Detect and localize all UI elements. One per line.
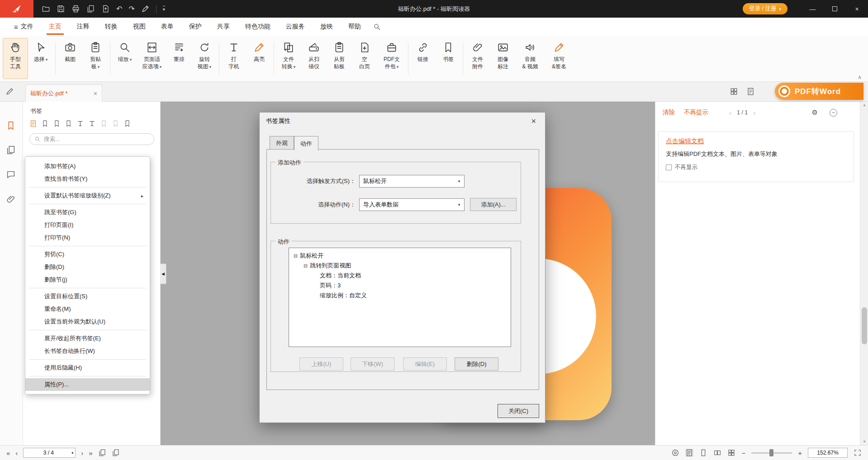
menu-item-find-current-bookmark[interactable]: 查找当前书签(Y) <box>25 173 150 185</box>
paste-bookmark-icon[interactable] <box>112 120 119 127</box>
menu-file[interactable]: ≡文件 <box>6 18 41 36</box>
scrollbar-thumb[interactable] <box>862 307 867 344</box>
ribbon-tool-audio-video[interactable]: 音频 & 视频 <box>516 38 545 79</box>
menu-item-set-destination[interactable]: 设置目标位置(S) <box>25 290 150 303</box>
document-tab[interactable]: 福昕办公.pdf * × <box>25 84 102 102</box>
ribbon-tool-file-attachment[interactable]: 文件 附件 <box>465 38 490 79</box>
demote-bookmark-icon[interactable] <box>88 120 96 127</box>
pdf-to-word-button[interactable]: PDF转Word <box>775 83 863 100</box>
previous-view-icon[interactable] <box>98 449 106 457</box>
next-bookmark-icon[interactable] <box>65 120 72 127</box>
prev-hint-icon[interactable]: ‹ <box>729 109 731 117</box>
add-action-button[interactable]: 添加(A)... <box>470 198 517 211</box>
last-page-icon[interactable]: » <box>89 449 92 457</box>
panel-collapse-icon[interactable]: − <box>830 109 837 117</box>
sidebar-comments-button[interactable] <box>6 169 16 179</box>
ribbon-tool-image-annotation[interactable]: 图像 标注 <box>490 38 516 79</box>
sidebar-pages-button[interactable] <box>6 145 16 155</box>
bookmark-search-input[interactable] <box>44 136 149 142</box>
menu-view[interactable]: 视图 <box>125 18 153 36</box>
continuous-facing-icon[interactable] <box>727 449 735 457</box>
ribbon-tool-zoom[interactable]: 缩放▾ <box>112 38 138 79</box>
menu-item-add-bookmark[interactable]: 添加书签(A) <box>25 160 150 173</box>
tab-appearance[interactable]: 外观 <box>270 136 294 150</box>
next-view-icon[interactable] <box>112 449 120 457</box>
dialog-close-icon[interactable]: × <box>528 117 539 126</box>
trigger-select[interactable]: 鼠标松开 ▾ <box>359 175 465 188</box>
menu-item-expand-collapse-all[interactable]: 展开/收起所有书签(E) <box>25 332 150 345</box>
chevron-down-icon[interactable]: ▾ <box>71 451 73 455</box>
promote-bookmark-icon[interactable] <box>76 120 84 127</box>
vertical-scrollbar[interactable]: ▲ ▼ <box>860 102 868 445</box>
ribbon-tool-snapshot[interactable]: 截图 <box>57 38 83 79</box>
ribbon-tool-from-clipboard[interactable]: 从剪 贴板 <box>327 38 352 79</box>
menu-item-use-current-appearance[interactable]: 设置当前外观为默认(U) <box>25 315 150 328</box>
edit-button[interactable]: 编辑(E) <box>403 357 447 371</box>
undo-button[interactable]: ↶ <box>116 5 122 13</box>
fullscreen-icon[interactable] <box>854 449 862 457</box>
minimize-button[interactable]: — <box>802 0 824 18</box>
tree-collapse-icon[interactable]: ⊟ <box>304 263 308 269</box>
bookmark-list-icon[interactable] <box>29 120 37 127</box>
menu-present[interactable]: 放映 <box>313 18 341 36</box>
next-page-icon[interactable]: › <box>81 449 83 457</box>
menu-help[interactable]: 帮助 <box>341 18 369 36</box>
previous-page-icon[interactable]: ‹ <box>15 449 18 457</box>
ribbon-tool-fill-sign[interactable]: 填写 &签名 <box>545 38 574 79</box>
bookmark-settings-icon[interactable] <box>123 120 131 127</box>
menu-item-default-zoom-level[interactable]: 设置默认书签缩放级别(Z)▸ <box>25 189 150 202</box>
sidebar-attachments-button[interactable] <box>6 194 16 204</box>
facing-pages-icon[interactable] <box>713 449 721 457</box>
sidebar-bookmarks-button[interactable] <box>6 121 16 131</box>
customize-toolbar-button[interactable]: ▾ <box>163 6 165 12</box>
ribbon-tool-typewriter[interactable]: 打 字机 <box>221 38 247 79</box>
menu-home[interactable]: 主页 <box>41 18 69 36</box>
menu-convert[interactable]: 转换 <box>97 18 125 36</box>
ribbon-tool-fit-options[interactable]: 页面适 应选项▾ <box>138 38 166 79</box>
ribbon-tool-bookmark[interactable]: 书签 <box>436 38 461 79</box>
ribbon-tool-from-scanner[interactable]: 从扫 描仪 <box>301 38 327 79</box>
tree-collapse-icon[interactable]: ⊟ <box>294 253 298 259</box>
ribbon-tool-select[interactable]: 选择▾ <box>28 38 53 79</box>
next-hint-icon[interactable]: › <box>753 109 755 117</box>
scroll-up-icon[interactable]: ▲ <box>860 103 868 107</box>
menu-share[interactable]: 共享 <box>209 18 237 36</box>
menu-item-properties[interactable]: 属性(P)... <box>25 378 150 391</box>
tree-item-trigger[interactable]: ⊟鼠标松开 <box>291 251 509 261</box>
cut-bookmark-icon[interactable] <box>100 120 108 127</box>
menu-item-delete-section[interactable]: 删除节(j) <box>25 273 150 286</box>
add-bookmark-icon[interactable] <box>41 120 49 127</box>
tree-item-action[interactable]: ⊟跳转到页面视图 <box>291 261 509 271</box>
menu-item-delete[interactable]: 删除(D) <box>25 261 150 273</box>
menu-item-rename[interactable]: 重命名(M) <box>25 303 150 315</box>
menu-comment[interactable]: 注释 <box>69 18 97 36</box>
ribbon-tool-clipboard[interactable]: 剪贴 板▾ <box>83 38 108 79</box>
zoom-level-input[interactable] <box>808 450 847 456</box>
maximize-button[interactable] <box>824 0 846 18</box>
delete-button[interactable]: 删除(D) <box>455 357 498 371</box>
action-select[interactable]: 导入表单数据 ▾ <box>359 198 465 211</box>
zoom-slider[interactable] <box>751 449 792 456</box>
close-dialog-button[interactable]: 关闭(C) <box>498 404 539 418</box>
edit-pencil-icon[interactable] <box>5 87 14 96</box>
print-button[interactable] <box>71 5 80 13</box>
ribbon-collapse-icon[interactable]: ∧ <box>858 74 862 80</box>
menu-item-wrap-long-bookmarks[interactable]: 长书签自动换行(W) <box>25 345 150 357</box>
menu-item-print-section[interactable]: 打印节(N) <box>25 231 150 244</box>
zoom-in-icon[interactable]: + <box>798 449 802 457</box>
page-number-input[interactable] <box>25 450 71 456</box>
tab-close-icon[interactable]: × <box>94 90 97 97</box>
scroll-down-icon[interactable]: ▼ <box>860 440 868 444</box>
actions-tree[interactable]: ⊟鼠标松开 ⊟跳转到页面视图 文档：当前文档 页码：3 缩放比例：自定义 <box>289 248 511 347</box>
edit-document-link[interactable]: 点击编辑文档 <box>666 137 846 146</box>
single-page-icon[interactable] <box>699 449 707 457</box>
gear-icon[interactable]: ⚙ <box>812 108 818 117</box>
tab-actions[interactable]: 动作 <box>294 136 318 150</box>
tree-item-page[interactable]: 页码：3 <box>291 281 509 291</box>
menu-features[interactable]: 特色功能 <box>237 18 278 36</box>
continuous-scroll-icon[interactable] <box>685 449 693 457</box>
move-up-button[interactable]: 上移(U) <box>299 357 343 371</box>
delete-bookmark-icon[interactable] <box>53 120 61 127</box>
first-page-icon[interactable]: « <box>6 449 10 457</box>
foxit-logo[interactable] <box>0 0 33 18</box>
